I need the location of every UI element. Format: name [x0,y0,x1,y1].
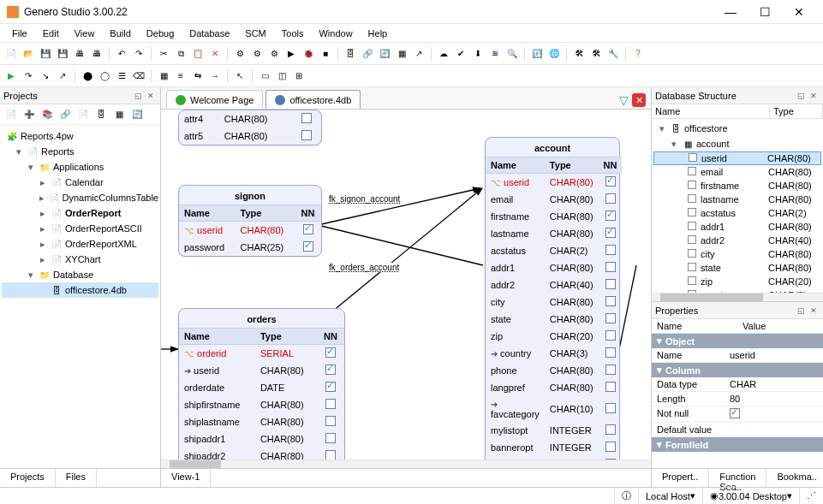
status-resize-grip[interactable]: ⋰ [799,488,823,504]
dbstruct-column[interactable]: emailCHAR(80) [653,165,821,179]
checkbox-icon[interactable] [605,262,616,272]
tree-node[interactable]: ▸📄DynamicColumnsTable [2,190,158,205]
step-over-icon[interactable]: ↷ [21,68,36,84]
panel-icon[interactable]: ◫ [274,68,289,84]
column-row[interactable]: shipaddr1CHAR(80) [179,430,344,448]
twisty-icon[interactable]: ▸ [38,193,46,204]
prop-section-object[interactable]: ▾Object [652,334,823,348]
menu-debug[interactable]: Debug [140,27,181,40]
tree-node[interactable]: ▾📄Reports [2,144,158,159]
globe-icon[interactable]: 🌐 [546,46,562,62]
checkbox-icon[interactable] [325,416,336,426]
column-row[interactable]: cityCHAR(80) [486,294,622,311]
proj-lib-icon[interactable]: 📚 [39,107,55,122]
tree-node[interactable]: ▸📄OrderReport [2,205,158,221]
projects-tab[interactable]: Projects [0,469,56,487]
diagram-table-account[interactable]: account Name Type NN ⌥ useridCHAR(80)ema… [485,137,620,460]
menu-view[interactable]: View [68,27,102,40]
column-row[interactable]: passwordCHAR(25) [179,239,321,256]
column-row[interactable]: ➔ countryCHAR(3) [486,345,622,362]
dbstruct-tree[interactable]: ▾🗄officestore ▾▦account useridCHAR(80)em… [652,119,823,293]
arrow-icon[interactable]: ⇆ [190,68,206,84]
checkbox-icon[interactable] [605,442,616,452]
view-tab[interactable]: View-1 [161,469,211,487]
checkbox-icon[interactable] [325,399,336,409]
cut-icon[interactable]: ✂ [156,46,171,62]
proj-src-icon[interactable]: 📄 [75,107,91,122]
new-icon[interactable]: 📄 [3,46,19,62]
twisty-icon[interactable]: ▸ [38,223,48,234]
step-into-icon[interactable]: ↘ [38,68,53,84]
checkbox-icon[interactable] [325,347,336,358]
copy-icon[interactable]: ⧉ [173,46,188,62]
diagram-table-orders[interactable]: orders Name Type NN ⌥ orderidSERIAL➔ use… [178,308,345,460]
panel2-icon[interactable]: ⊞ [291,68,307,84]
checkbox-icon[interactable] [605,176,616,187]
maximize-button[interactable]: ☐ [748,5,782,19]
open-icon[interactable]: 📂 [21,46,36,62]
dbstruct-column[interactable]: useridCHAR(80) [653,151,821,165]
build-icon[interactable]: ⚙ [232,46,247,62]
proj-refresh-icon[interactable]: 🔄 [129,107,145,122]
projects-tree[interactable]: 🧩Reports.4pw ▾📄Reports▾📁Applications▸📄Ca… [0,125,160,468]
scm-commit-icon[interactable]: ✔ [453,46,468,62]
checkbox-icon[interactable] [605,313,616,323]
column-row[interactable]: attr5CHAR(80) [179,127,321,145]
proj-new-icon[interactable]: 📄 [3,107,19,122]
close-tab-icon[interactable]: ✕ [632,93,646,107]
dbstruct-column[interactable]: cityCHAR(80) [653,247,821,261]
column-row[interactable]: stateCHAR(80) [486,311,622,328]
align-icon[interactable]: ≡ [173,68,188,84]
checkbox-icon[interactable] [605,330,616,341]
checkbox-icon[interactable] [303,224,313,234]
dbstruct-column[interactable]: firstnameCHAR(80) [653,179,821,193]
twisty-icon[interactable]: ▾ [14,146,24,157]
proj-link-icon[interactable]: 🔗 [57,107,73,122]
scm-update-icon[interactable]: ⬇ [470,46,486,62]
pane-float-icon[interactable]: ◱ [795,306,808,315]
pane-close-icon[interactable]: ✕ [145,92,157,100]
prop-section-formfield[interactable]: ▾Formfield [652,437,823,452]
column-row[interactable]: ⌥ orderidSERIAL [179,345,344,363]
scm-diff-icon[interactable]: ≋ [487,46,503,62]
tool-a-icon[interactable]: 🛠 [571,46,587,62]
checkbox-icon[interactable] [730,408,740,418]
prop-row-length[interactable]: Length80 [652,392,823,406]
debug-icon[interactable]: 🐞 [301,46,316,62]
column-row[interactable]: ⌥ useridCHAR(80) [179,222,321,240]
tree-root[interactable]: 🧩Reports.4pw [2,128,158,144]
pane-close-icon[interactable]: ✕ [808,92,820,100]
checkbox-icon[interactable] [605,424,616,435]
prop-row-datatype[interactable]: Data typeCHAR [652,377,823,392]
twisty-icon[interactable]: ▸ [38,239,48,250]
wrench-icon[interactable]: 🔧 [605,46,621,62]
bp-toggle-icon[interactable]: ◯ [97,68,112,84]
print-icon[interactable]: 🖶 [72,46,87,62]
tree-node[interactable]: ▾📁Applications [2,159,158,175]
checkbox-icon[interactable] [605,210,616,221]
column-row[interactable]: acstatusCHAR(2) [486,242,622,259]
twisty-icon[interactable]: ▸ [38,208,48,219]
proj-add-icon[interactable]: ➕ [21,107,37,122]
checkbox-icon[interactable] [301,130,312,140]
run-icon[interactable]: ▶ [283,46,299,62]
twisty-icon[interactable]: ▸ [38,177,48,188]
menu-scm[interactable]: SCM [238,27,272,40]
grid-icon[interactable]: ▦ [156,68,171,84]
step-out-icon[interactable]: ↗ [55,68,70,84]
status-info-icon[interactable]: ⓘ [614,488,638,504]
twisty-icon[interactable]: ▾ [26,162,36,173]
column-row[interactable]: phoneCHAR(80) [486,362,622,379]
filter-icon[interactable]: ▽ [619,93,629,107]
tree-node[interactable]: ▾📁Database [2,267,158,282]
dbstruct-column[interactable]: zipCHAR(20) [653,275,821,288]
tool-b-icon[interactable]: 🛠 [588,46,604,62]
checkbox-icon[interactable] [605,245,616,255]
menu-help[interactable]: Help [361,27,395,40]
checkbox-icon[interactable] [605,459,616,460]
checkbox-icon[interactable] [325,450,336,460]
redo-icon[interactable]: ↷ [131,46,146,62]
db-table-icon[interactable]: ▦ [394,46,409,62]
proj-db-icon[interactable]: 🗄 [93,107,109,122]
menu-database[interactable]: Database [182,27,236,40]
